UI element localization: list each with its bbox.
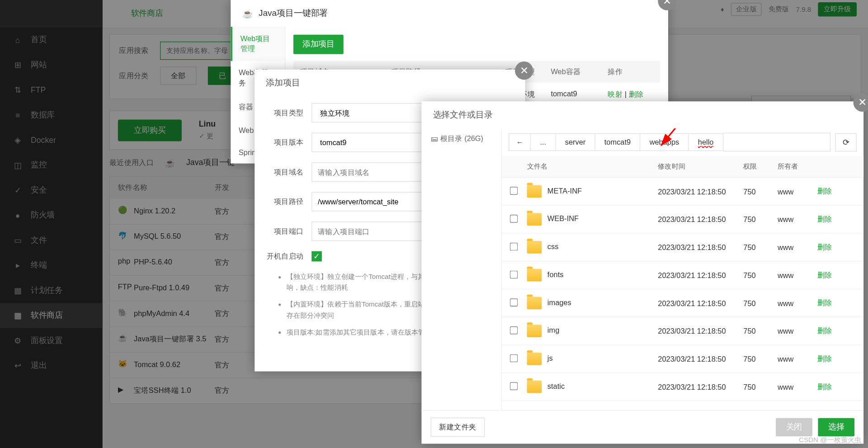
- file-perm: 750: [743, 299, 778, 307]
- breadcrumb-segment[interactable]: hello: [689, 133, 723, 151]
- java-icon: ☕: [242, 8, 253, 19]
- file-mtime: 2023/03/21 12:18:50: [658, 215, 743, 224]
- file-checkbox[interactable]: [510, 326, 518, 334]
- close-button[interactable]: 关闭: [776, 418, 812, 436]
- file-delete-link[interactable]: 删除: [817, 354, 852, 364]
- file-delete-link[interactable]: 删除: [817, 214, 852, 225]
- file-mtime: 2023/03/21 12:18:50: [658, 382, 743, 391]
- newdir-button[interactable]: 新建文件夹: [431, 418, 485, 437]
- file-delete-link[interactable]: 删除: [817, 298, 852, 308]
- file-row[interactable]: img 2023/03/21 12:18:50 750 www 删除: [502, 317, 863, 345]
- path-label: 项目路径: [266, 197, 311, 207]
- file-owner: www: [778, 327, 817, 335]
- col-mtime: 修改时间: [658, 162, 743, 171]
- refresh-button[interactable]: ⟳: [835, 133, 857, 151]
- file-owner: www: [778, 243, 817, 251]
- col-owner: 所有者: [778, 162, 817, 171]
- type-label: 项目类型: [266, 108, 311, 118]
- file-delete-link[interactable]: 删除: [817, 326, 852, 336]
- file-perm: 750: [743, 382, 778, 391]
- file-checkbox[interactable]: [510, 354, 518, 362]
- file-row[interactable]: css 2023/03/21 12:18:50 750 www 删除: [502, 234, 863, 262]
- folder-icon: [527, 353, 542, 365]
- file-checkbox[interactable]: [510, 187, 518, 195]
- file-row[interactable]: js 2023/03/21 12:18:50 750 www 删除: [502, 345, 863, 373]
- modal3-title: 选择文件或目录: [421, 101, 863, 128]
- file-owner: www: [778, 215, 817, 224]
- folder-icon: [527, 381, 542, 393]
- root-label[interactable]: 根目录 (26G): [440, 134, 484, 143]
- folder-icon: [527, 297, 542, 309]
- version-label: 项目版本: [266, 137, 311, 148]
- close-icon[interactable]: ✕: [515, 61, 533, 80]
- folder-icon: [527, 185, 542, 198]
- map-link[interactable]: 映射: [608, 90, 623, 99]
- file-row[interactable]: WEB-INF 2023/03/21 12:18:50 750 www 删除: [502, 206, 863, 234]
- folder-icon: [527, 325, 542, 337]
- folder-icon: [527, 241, 542, 254]
- watermark: CSDN @一枚萤火虫: [799, 435, 861, 445]
- file-perm: 750: [743, 354, 778, 363]
- file-owner: www: [778, 299, 817, 307]
- file-perm: 750: [743, 215, 778, 224]
- col-ops: 操作: [608, 66, 653, 77]
- file-checkbox[interactable]: [510, 382, 518, 390]
- file-mtime: 2023/03/21 12:18:50: [658, 243, 743, 251]
- file-row[interactable]: fonts 2023/03/21 12:18:50 750 www 删除: [502, 261, 863, 289]
- file-delete-link[interactable]: 删除: [817, 242, 852, 253]
- breadcrumb-segment[interactable]: webapps: [641, 133, 689, 151]
- file-owner: www: [778, 187, 817, 196]
- file-owner: www: [778, 354, 817, 363]
- file-checkbox[interactable]: [510, 242, 518, 250]
- modal-side-tab[interactable]: Web项目管理: [231, 27, 285, 61]
- col-perm: 权限: [743, 162, 778, 171]
- file-perm: 750: [743, 187, 778, 196]
- file-row[interactable]: META-INF 2023/03/21 12:18:50 750 www 删除: [502, 178, 863, 206]
- file-mtime: 2023/03/21 12:18:50: [658, 299, 743, 307]
- breadcrumb: ← ...servertomcat9webappshello ⟳: [502, 128, 863, 156]
- breadcrumb-segment[interactable]: ...: [531, 133, 556, 151]
- file-delete-link[interactable]: 删除: [817, 186, 852, 197]
- folder-icon: [527, 213, 542, 226]
- add-project-button[interactable]: 添加项目: [293, 35, 344, 54]
- file-perm: 750: [743, 243, 778, 251]
- file-perm: 750: [743, 327, 778, 335]
- back-button[interactable]: ←: [509, 133, 531, 151]
- modal1-title: Java项目一键部署: [259, 8, 328, 19]
- file-owner: www: [778, 271, 817, 279]
- file-mtime: 2023/03/21 12:18:50: [658, 271, 743, 279]
- file-owner: www: [778, 382, 817, 391]
- auto-label: 开机自启动: [266, 251, 311, 262]
- folder-icon: [527, 269, 542, 282]
- domain-label: 项目域名: [266, 167, 311, 177]
- file-checkbox[interactable]: [510, 214, 518, 222]
- file-delete-link[interactable]: 删除: [817, 382, 852, 392]
- select-button[interactable]: 选择: [818, 418, 854, 436]
- port-label: 项目端口: [266, 226, 311, 236]
- file-browser-modal: ✕ 选择文件或目录 🖴 根目录 (26G) ← ...servertomcat9…: [421, 101, 863, 443]
- col-filename: 文件名: [527, 162, 658, 171]
- file-mtime: 2023/03/21 12:18:50: [658, 327, 743, 335]
- modal2-title: 添加项目: [255, 70, 525, 96]
- file-row[interactable]: static 2023/03/21 12:18:50 750 www 删除: [502, 373, 863, 401]
- disk-icon: 🖴: [431, 134, 438, 143]
- row-container: tomcat9: [551, 90, 608, 100]
- file-perm: 750: [743, 271, 778, 279]
- breadcrumb-segment[interactable]: tomcat9: [595, 133, 641, 151]
- file-checkbox[interactable]: [510, 270, 518, 278]
- col-container: Web容器: [551, 66, 608, 77]
- file-mtime: 2023/03/21 12:18:50: [658, 354, 743, 363]
- file-delete-link[interactable]: 删除: [817, 270, 852, 280]
- close-icon[interactable]: ✕: [853, 94, 868, 112]
- file-checkbox[interactable]: [510, 298, 518, 307]
- breadcrumb-segment[interactable]: server: [556, 133, 595, 151]
- file-mtime: 2023/03/21 12:18:50: [658, 187, 743, 196]
- auto-checkbox[interactable]: ✓: [311, 251, 322, 262]
- delete-link[interactable]: 删除: [629, 90, 644, 99]
- file-row[interactable]: images 2023/03/21 12:18:50 750 www 删除: [502, 289, 863, 317]
